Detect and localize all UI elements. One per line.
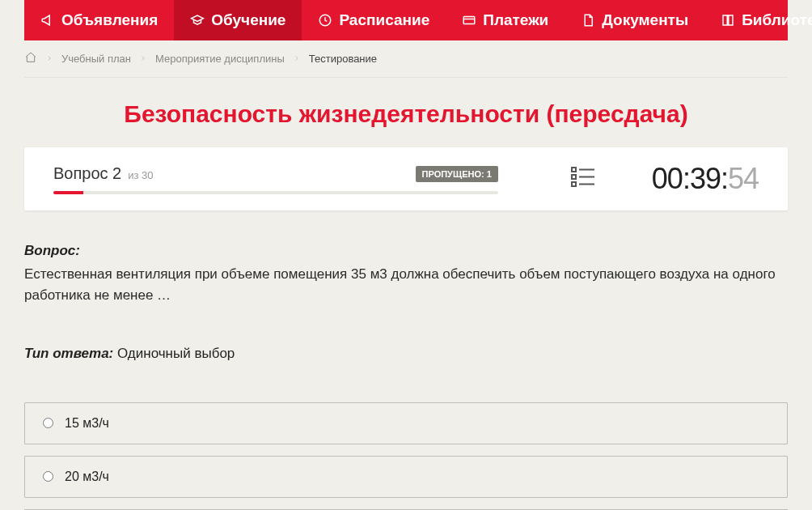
- nav-payments[interactable]: Платежи: [446, 0, 565, 40]
- chevron-right-icon: [139, 53, 147, 65]
- chevron-right-icon: [45, 53, 53, 65]
- nav-education[interactable]: Обучение: [174, 0, 302, 40]
- skipped-badge: ПРОПУЩЕНО: 1: [416, 166, 498, 182]
- progress-fill: [53, 191, 83, 194]
- nav-schedule[interactable]: Расписание: [302, 0, 446, 40]
- megaphone-icon: [40, 13, 55, 28]
- answer-radio[interactable]: [43, 418, 53, 428]
- question-total: из 30: [128, 169, 153, 181]
- timer-sec: 39: [690, 162, 721, 195]
- progress-bar: [53, 191, 498, 194]
- svg-rect-6: [572, 182, 576, 186]
- clock-icon: [318, 13, 332, 28]
- answer-type-label: Тип ответа:: [24, 346, 113, 361]
- home-icon[interactable]: [24, 51, 37, 66]
- document-icon: [581, 13, 595, 28]
- crumb-discipline-event[interactable]: Мероприятие дисциплины: [155, 53, 285, 65]
- payment-icon: [462, 13, 476, 28]
- breadcrumb: Учебный план Мероприятие дисциплины Тест…: [24, 40, 788, 78]
- nav-label: Объявления: [61, 11, 158, 29]
- nav-label: Платежи: [483, 11, 548, 29]
- chevron-right-icon: [293, 53, 301, 65]
- nav-library[interactable]: Библиотека: [704, 0, 812, 40]
- status-card: Вопрос 2 из 30 ПРОПУЩЕНО: 1: [24, 147, 788, 210]
- timer: 00:39:54: [652, 162, 759, 196]
- answer-type-value: Одиночный выбор: [117, 346, 235, 361]
- question-number: Вопрос 2: [53, 164, 121, 183]
- nav-documents[interactable]: Документы: [565, 0, 704, 40]
- question-text: Естественная вентиляция при объеме помещ…: [24, 264, 788, 307]
- answers-list: 15 м3/ч 20 м3/ч: [24, 402, 788, 510]
- crumb-testing: Тестирование: [309, 53, 377, 65]
- main-nav: Объявления Обучение Расписание Платежи: [24, 0, 788, 40]
- svg-rect-1: [463, 17, 475, 24]
- answer-text: 15 м3/ч: [65, 416, 109, 431]
- nav-label: Расписание: [339, 11, 429, 29]
- question-label: Вопрос:: [24, 243, 788, 259]
- answer-text: 20 м3/ч: [65, 470, 109, 484]
- answer-radio[interactable]: [43, 471, 53, 482]
- library-icon: [721, 13, 735, 28]
- timer-min: 00: [652, 162, 683, 195]
- timer-cs: 54: [728, 162, 759, 195]
- question-list-icon[interactable]: [571, 166, 595, 192]
- answer-option[interactable]: 20 м3/ч: [24, 456, 788, 498]
- education-icon: [190, 13, 205, 28]
- answer-option[interactable]: 15 м3/ч: [24, 402, 788, 444]
- nav-label: Библиотека: [742, 11, 812, 29]
- svg-rect-2: [572, 168, 576, 172]
- page-title: Безопасность жизнедеятельности (пересдач…: [24, 100, 788, 128]
- nav-label: Документы: [602, 11, 688, 29]
- crumb-study-plan[interactable]: Учебный план: [61, 53, 131, 65]
- nav-label: Обучение: [211, 11, 285, 29]
- question-body: Вопрос: Естественная вентиляция при объе…: [24, 243, 788, 362]
- svg-rect-4: [572, 175, 576, 179]
- nav-announcements[interactable]: Объявления: [24, 0, 174, 40]
